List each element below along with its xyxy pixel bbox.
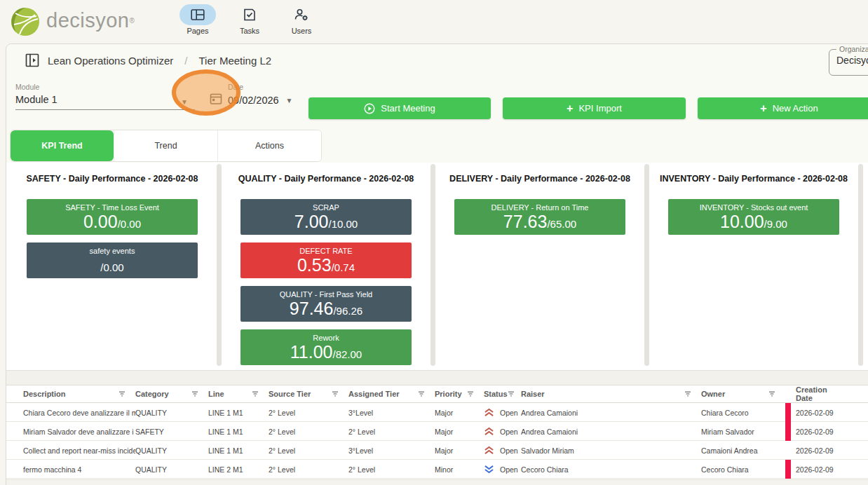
kpi-card-scrap[interactable]: SCRAP 7.00/10.00 [240, 199, 412, 235]
kpi-value: 0.53 [297, 255, 332, 275]
cell-owner: Camaioni Andrea [701, 446, 785, 455]
nav-tasks[interactable]: Tasks [231, 4, 268, 35]
decisyon-logo-icon [8, 4, 42, 37]
kpi-column-safety: SAFETY - Daily Performance - 2026-02-08 … [10, 163, 215, 370]
kpi-card-rework[interactable]: Rework 11.00/82.00 [240, 329, 412, 365]
kpi-card-safety-time-loss[interactable]: SAFETY - Time Loss Event 0.00/0.00 [27, 199, 198, 235]
breadcrumb-page: Tier Meeting L2 [198, 55, 271, 67]
col-category[interactable]: Category [135, 390, 208, 398]
date-value: 09/02/2026 [228, 95, 279, 106]
kpi-card-first-pass-yield[interactable]: QUALITY - First Pass Yield 97.46/96.26 [240, 286, 412, 322]
date-flag-bar [785, 460, 791, 479]
date-flag-bar-empty [785, 441, 791, 460]
module-dropdown-arrow-icon: ▼ [181, 98, 188, 106]
col-source-tier[interactable]: Source Tier [269, 390, 348, 398]
col-creation-date[interactable]: Creation Date [792, 385, 855, 402]
date-label: Date [228, 83, 292, 91]
organization-label: Organization [836, 45, 868, 53]
filter-icon[interactable] [508, 390, 515, 397]
kpi-value: 7.00 [294, 212, 329, 231]
decisyon-logo: decisyon ® [8, 4, 135, 37]
kpi-value: 11.00 [290, 342, 333, 362]
section-divider [6, 370, 868, 385]
kpi-target: /0.00 [118, 218, 141, 230]
panel-toggle-icon[interactable] [25, 53, 39, 67]
start-meeting-button[interactable]: Start Meeting [308, 97, 491, 119]
cell-category: QUALITY [135, 409, 208, 417]
tasks-icon [243, 8, 256, 22]
kpi-value: 97.46 [290, 299, 334, 318]
cell-owner: Miriam Salvador [701, 428, 785, 436]
nav-users[interactable]: Users [283, 4, 320, 35]
cell-assigned-tier: 2° Level [348, 465, 435, 474]
filter-icon[interactable] [332, 390, 339, 397]
cell-raiser: Salvador Miriam [521, 446, 701, 455]
filter-icon[interactable] [418, 390, 425, 397]
date-picker[interactable]: Date 09/02/2026 ▼ [210, 83, 292, 106]
kpi-import-button[interactable]: + KPI Import [503, 97, 686, 119]
kpi-column-title: QUALITY - Daily Performance - 2026-02-08 [224, 174, 428, 184]
kpi-card-stocks-out[interactable]: INVENTORY - Stocks out event 10.00/9.00 [668, 199, 839, 235]
kpi-target: /9.00 [764, 218, 787, 230]
col-assigned-tier[interactable]: Assigned Tier [348, 390, 435, 398]
module-select[interactable]: Module Module 1 ▼ [15, 83, 195, 110]
col-description[interactable]: Description [23, 390, 135, 398]
filter-icon[interactable] [118, 390, 126, 397]
kpi-target: /65.00 [547, 218, 576, 230]
table-row[interactable]: fermo macchina 4 QUALITY LINE 2 M1 2° Le… [6, 460, 868, 479]
kpi-column-delivery: DELIVERY - Daily Performance - 2026-02-0… [438, 163, 642, 370]
kpi-value: 77.63 [503, 212, 548, 231]
top-nav: Pages Tasks [179, 4, 320, 35]
col-line[interactable]: Line [208, 390, 269, 398]
kpi-section: SAFETY - Daily Performance - 2026-02-08 … [6, 163, 868, 370]
priority-major-icon [484, 408, 494, 417]
new-action-button[interactable]: + New Action [698, 97, 868, 119]
column-scrollbar-track[interactable] [644, 164, 649, 366]
filter-icon[interactable] [467, 390, 474, 397]
kpi-card-safety-events[interactable]: safety events /0.00 [27, 242, 198, 278]
col-status[interactable]: Status [484, 390, 521, 398]
kpi-card-defect-rate[interactable]: DEFECT RATE 0.53/0.74 [240, 242, 412, 278]
col-owner[interactable]: Owner [701, 390, 785, 398]
filter-icon[interactable] [191, 390, 198, 397]
tab-actions[interactable]: Actions [217, 130, 321, 161]
table-row[interactable]: Collect and report near-miss incident...… [6, 441, 868, 460]
tab-kpi-trend[interactable]: KPI Trend [11, 130, 114, 161]
organization-select[interactable]: Organization Decisyon [829, 45, 868, 76]
nav-pages[interactable]: Pages [179, 4, 216, 35]
cell-raiser: Cecoro Chiara [521, 465, 701, 474]
users-gear-icon [294, 8, 308, 22]
nav-tasks-label: Tasks [231, 27, 268, 35]
cell-creation-date: 2026-02-09 [792, 428, 855, 436]
filter-icon[interactable] [768, 390, 775, 397]
kpi-target: /0.74 [332, 261, 355, 273]
kpi-card-label: SCRAP [240, 203, 412, 212]
col-priority[interactable]: Priority [435, 390, 484, 398]
filter-icon[interactable] [252, 390, 259, 397]
calendar-icon [210, 93, 222, 105]
module-label: Module [15, 83, 195, 91]
tab-trend[interactable]: Trend [114, 130, 217, 161]
kpi-card-label: QUALITY - First Pass Yield [240, 290, 412, 299]
cell-priority: Minor [435, 465, 484, 474]
column-scrollbar-track[interactable] [858, 164, 863, 366]
table-row[interactable]: Chiara Cecoro deve analizzare il moti...… [6, 403, 868, 422]
date-flag-bar [785, 422, 791, 441]
cell-category: QUALITY [135, 465, 208, 474]
breadcrumb-app[interactable]: Lean Operations Optimizer [48, 55, 173, 67]
kpi-card-label: SAFETY - Time Loss Event [27, 203, 198, 212]
column-scrollbar-track[interactable] [217, 164, 222, 366]
organization-value: Decisyon [836, 55, 868, 66]
kpi-card-return-on-time[interactable]: DELIVERY - Return on Time 77.63/65.00 [454, 199, 625, 235]
column-scrollbar-track[interactable] [430, 164, 435, 366]
cell-priority: Major [435, 446, 484, 455]
date-dropdown-arrow-icon: ▼ [286, 97, 293, 104]
filter-icon[interactable] [684, 390, 691, 397]
cell-source-tier: 2° Level [269, 428, 348, 436]
priority-minor-icon [484, 465, 494, 474]
cell-creation-date: 2026-02-09 [792, 409, 855, 417]
col-raiser[interactable]: Raiser [521, 390, 701, 398]
breadcrumb-separator: / [184, 55, 187, 67]
cell-description: Collect and report near-miss incident... [23, 446, 135, 455]
table-row[interactable]: Miriam Salvador deve analizzare i dati..… [6, 422, 868, 441]
